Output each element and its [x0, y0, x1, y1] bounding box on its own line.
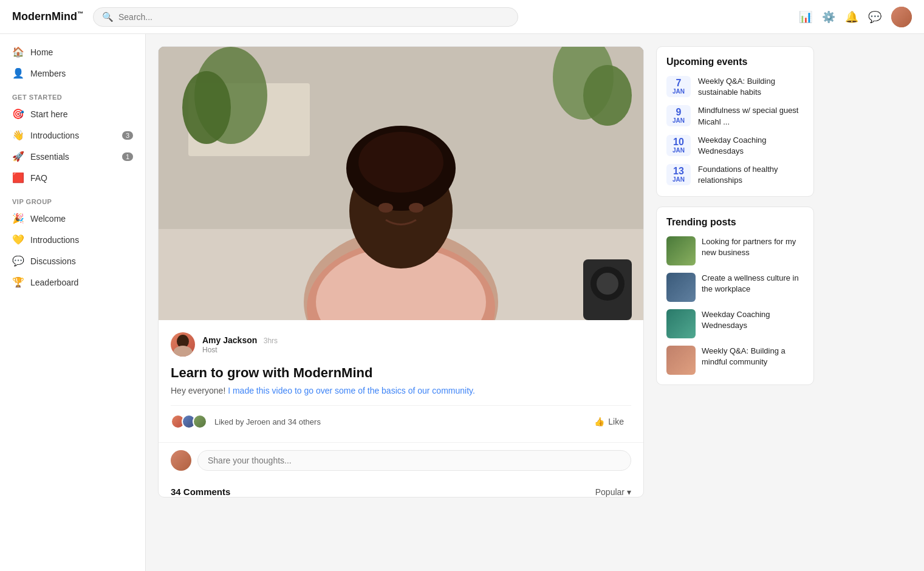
sidebar-label-members: Members: [30, 69, 66, 78]
trending-thumb-0: [666, 236, 696, 265]
trending-title-1: Create a wellness culture in the workpla…: [702, 273, 804, 295]
commenter-avatar: [171, 450, 191, 471]
vip-group-label: VIP Group: [0, 188, 145, 208]
post-actions: Liked by Jeroen and 34 others 👍 Like: [171, 405, 631, 430]
post-card: Amy Jackson 3hrs Host Learn to grow with…: [158, 46, 644, 497]
liker-avatar-3: [193, 414, 207, 429]
svg-point-18: [597, 273, 618, 295]
comments-header: 34 Comments Popular ▾: [159, 478, 643, 497]
like-label: Like: [608, 417, 624, 426]
event-name-3: Foundations of healthy relationships: [698, 164, 804, 186]
post-author: Amy Jackson 3hrs Host: [171, 332, 631, 357]
sidebar-item-home[interactable]: 🏠 Home: [0, 41, 145, 63]
event-day-1: 9: [666, 108, 691, 117]
sidebar-item-welcome[interactable]: 🎉 Welcome: [0, 208, 145, 229]
sidebar-item-leaderboard[interactable]: 🏆 Leaderboard: [0, 272, 145, 293]
excerpt-plain: Hey everyone!: [171, 386, 228, 395]
main-layout: 🏠 Home 👤 Members Get Started 🎯 Start her…: [0, 34, 924, 571]
event-month-2: JAN: [666, 147, 691, 154]
sidebar-label-vip-introductions: Introductions: [30, 235, 79, 245]
event-date-3: 13 JAN: [666, 164, 691, 185]
svg-point-4: [182, 71, 231, 144]
sidebar-label-home: Home: [30, 47, 53, 57]
sidebar-label-introductions: Introductions: [30, 131, 79, 140]
sidebar-label-welcome: Welcome: [30, 214, 66, 224]
trending-title-2: Weekday Coaching Wednesdays: [702, 309, 804, 331]
chat-icon[interactable]: 💬: [868, 10, 881, 24]
thumbs-up-icon: 👍: [594, 417, 604, 426]
post-excerpt: Hey everyone! I made this video to go ov…: [171, 386, 631, 395]
svg-point-20: [173, 346, 193, 357]
gear-icon[interactable]: ⚙️: [822, 10, 835, 24]
post-body: Amy Jackson 3hrs Host Learn to grow with…: [159, 320, 643, 442]
sidebar: 🏠 Home 👤 Members Get Started 🎯 Start her…: [0, 34, 146, 571]
sidebar-label-start-here: Start here: [30, 109, 67, 119]
author-name: Amy Jackson 3hrs: [202, 335, 278, 346]
svg-point-15: [409, 203, 423, 213]
comment-input[interactable]: [197, 450, 631, 471]
sidebar-label-essentials: Essentials: [30, 152, 69, 162]
comment-input-row: [171, 450, 631, 471]
party-icon: 🎉: [12, 213, 24, 224]
event-day-0: 7: [666, 78, 691, 88]
trending-thumb-2: [666, 309, 696, 338]
author-time: 3hrs: [264, 337, 278, 345]
post-video[interactable]: [159, 47, 643, 320]
event-date-1: 9 JAN: [666, 105, 691, 126]
svg-point-13: [358, 132, 443, 193]
like-button[interactable]: 👍 Like: [587, 413, 631, 430]
bell-icon[interactable]: 🔔: [845, 10, 858, 24]
sidebar-label-faq: FAQ: [30, 173, 47, 183]
bubble-icon: 💬: [12, 255, 24, 267]
event-name-1: Mindfulness w/ special guest Micahl ...: [698, 105, 804, 127]
trending-item-1[interactable]: Create a wellness culture in the workpla…: [666, 273, 804, 302]
sidebar-item-vip-introductions[interactable]: 💛 Introductions: [0, 229, 145, 250]
introductions-badge: 3: [122, 131, 133, 140]
right-sidebar: Upcoming events 7 JAN Weekly Q&A: Buildi…: [656, 46, 814, 559]
liked-text: Liked by Jeroen and 34 others: [214, 417, 321, 426]
comments-count: 34 Comments: [171, 487, 230, 497]
event-month-1: JAN: [666, 117, 691, 124]
event-item-3[interactable]: 13 JAN Foundations of healthy relationsh…: [666, 164, 804, 186]
wave-icon: 👋: [12, 129, 24, 141]
sidebar-item-start-here[interactable]: 🎯 Start here: [0, 103, 145, 125]
search-input[interactable]: [118, 12, 509, 22]
user-avatar[interactable]: [891, 7, 912, 27]
author-info: Amy Jackson 3hrs Host: [202, 335, 278, 354]
svg-point-6: [583, 65, 632, 126]
event-date-2: 10 JAN: [666, 135, 691, 156]
home-icon: 🏠: [12, 46, 24, 58]
post-title: Learn to grow with ModernMind: [171, 365, 631, 381]
trending-title-0: Looking for partners for my new business: [702, 236, 804, 258]
comment-box: [159, 442, 643, 478]
event-item-0[interactable]: 7 JAN Weekly Q&A: Building sustainable h…: [666, 76, 804, 98]
trending-thumb-3: [666, 346, 696, 375]
event-month-0: JAN: [666, 88, 691, 95]
sidebar-item-faq[interactable]: 🟥 FAQ: [0, 167, 145, 188]
liked-avatars: [171, 414, 207, 429]
target-icon: 🎯: [12, 108, 24, 120]
members-icon: 👤: [12, 67, 24, 79]
heart-icon: 💛: [12, 234, 24, 245]
sort-selector[interactable]: Popular ▾: [595, 487, 631, 497]
event-item-1[interactable]: 9 JAN Mindfulness w/ special guest Micah…: [666, 105, 804, 127]
trophy-icon: 🏆: [12, 276, 24, 288]
sidebar-item-discussions[interactable]: 💬 Discussions: [0, 250, 145, 272]
feed: Amy Jackson 3hrs Host Learn to grow with…: [158, 46, 644, 559]
sidebar-item-members[interactable]: 👤 Members: [0, 63, 145, 84]
search-bar[interactable]: 🔍: [93, 7, 518, 27]
event-name-2: Weekday Coaching Wednesdays: [698, 135, 804, 157]
chart-icon[interactable]: 📊: [799, 10, 812, 24]
event-item-2[interactable]: 10 JAN Weekday Coaching Wednesdays: [666, 135, 804, 157]
trending-item-0[interactable]: Looking for partners for my new business: [666, 236, 804, 265]
author-role: Host: [202, 346, 278, 354]
sidebar-item-essentials[interactable]: 🚀 Essentials 1: [0, 146, 145, 167]
trending-posts-title: Trending posts: [666, 217, 804, 228]
trending-item-2[interactable]: Weekday Coaching Wednesdays: [666, 309, 804, 338]
sidebar-item-introductions[interactable]: 👋 Introductions 3: [0, 125, 145, 146]
sidebar-label-leaderboard: Leaderboard: [30, 278, 78, 287]
main-content: Amy Jackson 3hrs Host Learn to grow with…: [146, 34, 924, 571]
trending-item-3[interactable]: Weekly Q&A: Building a mindful community: [666, 346, 804, 375]
excerpt-link[interactable]: I made this video to go over some of the…: [228, 386, 475, 395]
trending-posts-widget: Trending posts Looking for partners for …: [656, 207, 814, 385]
